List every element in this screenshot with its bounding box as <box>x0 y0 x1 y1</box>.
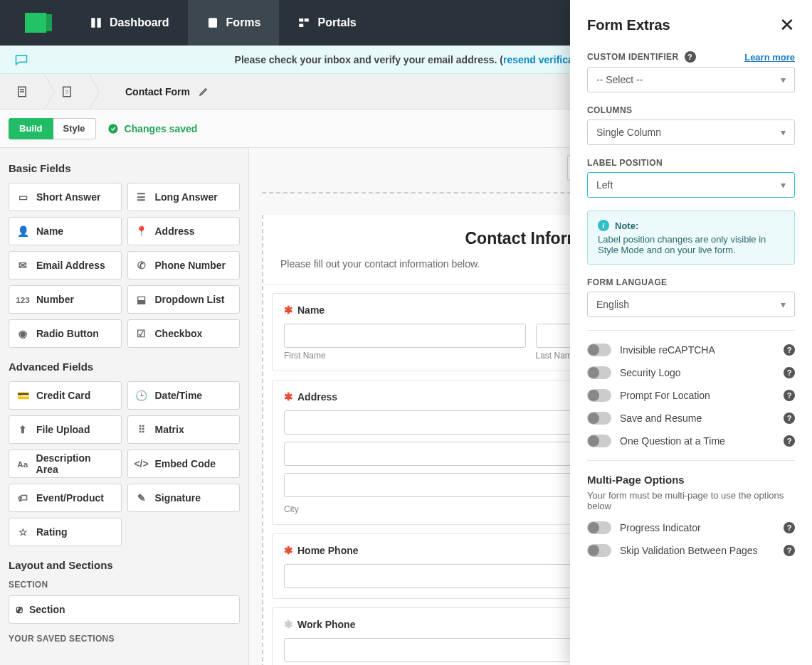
toggle-prompt-location: Prompt For Location ? <box>587 389 795 402</box>
note-body: Label position changes are only visible … <box>598 234 784 255</box>
field-name[interactable]: 👤Name <box>9 217 122 245</box>
verify-text: Please check your inbox and verify your … <box>235 54 503 65</box>
field-event-product[interactable]: 🏷Event/Product <box>9 484 122 512</box>
label-position-select[interactable]: Left <box>587 172 795 198</box>
help-icon[interactable]: ? <box>784 344 795 356</box>
field-label: Home Phone <box>297 545 359 556</box>
columns-select[interactable]: Single Column <box>587 119 795 145</box>
toggle-save-resume: Save and Resume ? <box>587 412 795 425</box>
help-icon[interactable]: ? <box>784 390 795 401</box>
chat-icon <box>14 53 28 67</box>
help-icon[interactable]: ? <box>784 545 795 556</box>
fields-sidebar: Basic Fields ▭Short Answer ☰Long Answer … <box>0 148 249 665</box>
help-icon[interactable]: ? <box>784 413 795 424</box>
field-matrix[interactable]: ⠿Matrix <box>127 415 241 444</box>
saved-text: Changes saved <box>125 123 198 134</box>
signature-icon: ✎ <box>135 491 148 504</box>
build-style-toggle: Build Style <box>9 118 96 139</box>
field-rating[interactable]: ☆Rating <box>9 518 122 546</box>
field-radio[interactable]: ◉Radio Button <box>9 319 122 348</box>
help-icon[interactable]: ? <box>784 522 795 533</box>
field-phone[interactable]: ✆Phone Number <box>127 251 241 280</box>
toggle-switch[interactable] <box>587 389 611 402</box>
multipage-desc: Your form must be multi-page to use the … <box>587 490 795 511</box>
field-credit-card[interactable]: 💳Credit Card <box>9 381 122 410</box>
toggle-switch[interactable] <box>587 521 611 534</box>
label-position-label: LABEL POSITION <box>587 158 795 168</box>
card-icon: 💳 <box>16 389 29 402</box>
nav-forms[interactable]: Forms <box>188 0 280 46</box>
toggle-switch[interactable] <box>587 344 611 356</box>
edit-icon[interactable] <box>199 86 209 97</box>
toggle-switch[interactable] <box>587 435 611 447</box>
divider <box>587 330 795 331</box>
form-language-select[interactable]: English <box>587 292 795 317</box>
form-name: Contact Form <box>125 86 190 97</box>
svg-rect-2 <box>209 18 217 28</box>
learn-more-link[interactable]: Learn more <box>744 52 795 63</box>
dropdown-icon: ⬓ <box>135 293 148 306</box>
form-language-label: FORM LANGUAGE <box>587 277 795 287</box>
nav-portals-label: Portals <box>317 16 356 29</box>
field-description[interactable]: AaDescription Area <box>9 449 122 478</box>
upload-icon: ⬆ <box>16 423 29 436</box>
required-icon: ✱ <box>284 390 293 403</box>
multipage-title: Multi-Page Options <box>587 474 795 486</box>
field-datetime[interactable]: 🕒Date/Time <box>127 381 241 410</box>
field-label: Name <box>297 304 325 316</box>
svg-rect-3 <box>300 18 304 22</box>
field-embed[interactable]: </>Embed Code <box>127 449 241 478</box>
custom-identifier-select[interactable]: -- Select -- <box>587 67 795 92</box>
help-icon[interactable]: ? <box>784 367 795 378</box>
phone-icon: ✆ <box>135 259 148 272</box>
nav-forms-label: Forms <box>226 16 261 29</box>
person-icon: 👤 <box>16 225 29 238</box>
field-address[interactable]: 📍Address <box>127 217 241 245</box>
toggle-switch[interactable] <box>587 544 611 557</box>
advanced-fields-heading: Advanced Fields <box>9 361 240 373</box>
dashboard-icon <box>90 16 102 29</box>
nav-dashboard[interactable]: Dashboard <box>71 0 188 46</box>
star-icon: ☆ <box>16 526 29 538</box>
crumb-forms[interactable] <box>0 74 45 109</box>
layout-sections-heading: Layout and Sections <box>9 559 240 571</box>
check-circle-icon <box>107 123 119 134</box>
custom-identifier-label: CUSTOM IDENTIFIER ? Learn more <box>587 51 795 63</box>
section-icon: ⎚ <box>16 604 22 615</box>
logo[interactable] <box>0 0 71 46</box>
field-file-upload[interactable]: ⬆File Upload <box>9 415 122 444</box>
field-long-answer[interactable]: ☰Long Answer <box>127 183 241 211</box>
svg-text:?: ? <box>65 89 68 95</box>
field-number[interactable]: 123Number <box>9 285 122 314</box>
svg-rect-4 <box>305 18 309 22</box>
style-tab[interactable]: Style <box>53 118 96 139</box>
field-email[interactable]: ✉Email Address <box>9 251 122 280</box>
long-answer-icon: ☰ <box>135 191 148 203</box>
text-icon: Aa <box>16 457 29 470</box>
field-dropdown[interactable]: ⬓Dropdown List <box>127 285 241 314</box>
field-checkbox[interactable]: ☑Checkbox <box>127 319 241 348</box>
build-tab[interactable]: Build <box>9 118 53 139</box>
toggle-switch[interactable] <box>587 412 611 425</box>
tag-icon: 🏷 <box>16 491 29 504</box>
basic-fields-heading: Basic Fields <box>9 162 240 174</box>
short-answer-icon: ▭ <box>16 191 29 203</box>
pin-icon: 📍 <box>135 225 148 238</box>
saved-sections-label: YOUR SAVED SECTIONS <box>9 634 240 644</box>
field-signature[interactable]: ✎Signature <box>127 484 241 512</box>
toggle-switch[interactable] <box>587 366 611 379</box>
help-icon[interactable]: ? <box>685 51 696 63</box>
field-short-answer[interactable]: ▭Short Answer <box>9 183 122 211</box>
field-section[interactable]: ⎚Section <box>9 595 240 624</box>
forms-icon <box>206 16 219 29</box>
crumb-current: Contact Form <box>90 86 209 97</box>
matrix-icon: ⠿ <box>135 423 148 436</box>
first-name-input[interactable] <box>284 324 526 348</box>
info-icon: i <box>598 220 609 231</box>
file-question-icon: ? <box>60 85 73 99</box>
nav-dashboard-label: Dashboard <box>110 16 169 29</box>
close-panel-button[interactable]: ✕ <box>779 16 795 34</box>
svg-rect-0 <box>91 18 95 28</box>
help-icon[interactable]: ? <box>784 435 795 447</box>
nav-portals[interactable]: Portals <box>279 0 374 46</box>
